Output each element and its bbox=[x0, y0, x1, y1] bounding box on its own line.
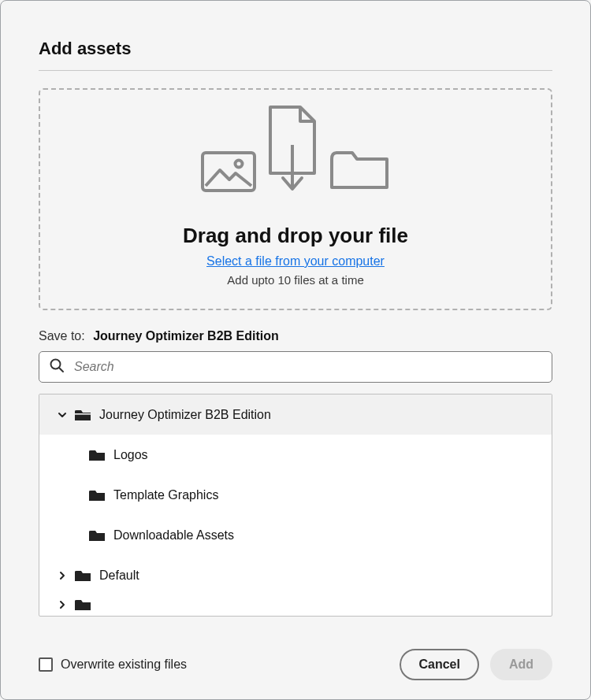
select-file-link[interactable]: Select a file from your computer bbox=[206, 254, 385, 269]
tree-row-partial[interactable] bbox=[39, 595, 552, 614]
save-to-label: Save to: bbox=[39, 329, 85, 343]
dropzone-hint: Add upto 10 files at a time bbox=[56, 273, 535, 287]
divider bbox=[39, 70, 552, 71]
folder-icon bbox=[88, 528, 106, 543]
tree-row-label: Downloadable Assets bbox=[113, 528, 234, 543]
save-to-row: Save to: Journey Optimizer B2B Edition bbox=[39, 329, 552, 343]
folder-icon bbox=[74, 569, 91, 583]
tree-row-label: Journey Optimizer B2B Edition bbox=[99, 408, 271, 422]
svg-rect-0 bbox=[203, 153, 255, 191]
folder-open-icon bbox=[74, 408, 91, 422]
tree-row-label: Default bbox=[99, 569, 139, 583]
tree-row-label: Logos bbox=[113, 448, 148, 462]
dialog-footer: Overwrite existing files Cancel Add bbox=[39, 630, 552, 680]
tree-row-sibling[interactable]: Default bbox=[39, 555, 552, 595]
tree-row-child[interactable]: Template Graphics bbox=[39, 475, 552, 515]
folder-icon bbox=[88, 488, 106, 502]
dropzone-title: Drag and drop your file bbox=[56, 224, 535, 248]
chevron-right-icon[interactable] bbox=[55, 599, 69, 610]
search-icon bbox=[49, 357, 65, 376]
svg-point-1 bbox=[236, 161, 243, 168]
overwrite-label: Overwrite existing files bbox=[61, 657, 187, 672]
chevron-right-icon[interactable] bbox=[55, 570, 69, 581]
dropzone[interactable]: Drag and drop your file Select a file fr… bbox=[39, 88, 552, 310]
search-box[interactable] bbox=[39, 351, 552, 383]
tree-row-child[interactable]: Logos bbox=[39, 435, 552, 475]
tree-row-child[interactable]: Downloadable Assets bbox=[39, 515, 552, 555]
dropzone-illustration bbox=[56, 104, 535, 195]
overwrite-checkbox-row[interactable]: Overwrite existing files bbox=[39, 657, 187, 672]
save-to-value: Journey Optimizer B2B Edition bbox=[93, 329, 279, 343]
folder-icon bbox=[88, 448, 106, 462]
file-download-icon bbox=[264, 104, 321, 195]
svg-line-3 bbox=[59, 368, 63, 372]
tree-row-root[interactable]: Journey Optimizer B2B Edition bbox=[39, 394, 552, 435]
dialog-title: Add assets bbox=[39, 39, 552, 59]
add-button[interactable]: Add bbox=[490, 649, 552, 680]
svg-rect-4 bbox=[75, 413, 91, 415]
checkbox-icon[interactable] bbox=[39, 657, 53, 672]
chevron-down-icon[interactable] bbox=[55, 409, 69, 420]
folder-outline-icon bbox=[329, 148, 390, 195]
cancel-button[interactable]: Cancel bbox=[400, 649, 478, 680]
tree-row-label: Template Graphics bbox=[113, 488, 218, 502]
folder-tree[interactable]: Journey Optimizer B2B Edition Logos Temp… bbox=[39, 394, 552, 617]
image-icon bbox=[201, 151, 256, 195]
folder-icon bbox=[74, 598, 91, 612]
search-input[interactable] bbox=[72, 359, 542, 375]
